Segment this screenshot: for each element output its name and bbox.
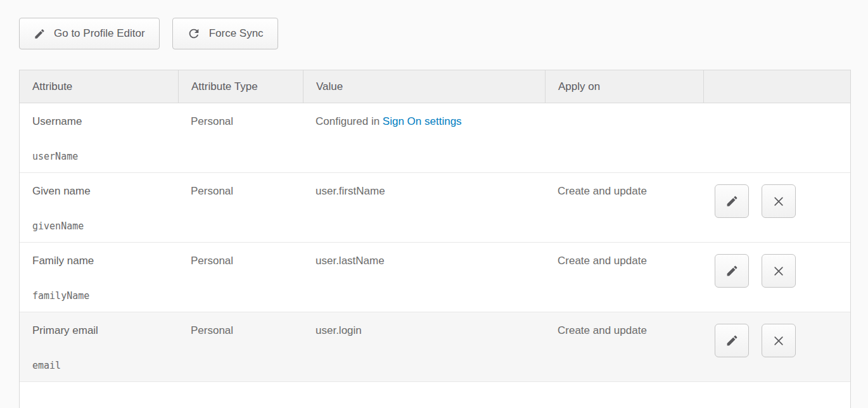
app-mappings-page: Go to Profile Editor Force Sync Attribut…	[0, 0, 868, 408]
go-to-profile-editor-button[interactable]: Go to Profile Editor	[19, 18, 160, 49]
attribute-type-cell: Personal	[178, 173, 303, 242]
refresh-icon	[187, 27, 201, 41]
table-row-partial	[20, 382, 850, 405]
delete-attribute-button[interactable]	[762, 184, 796, 218]
pencil-icon	[725, 194, 739, 208]
toolbar: Go to Profile Editor Force Sync	[19, 18, 278, 49]
value-cell: user.lastName	[303, 243, 545, 312]
attribute-name: email	[32, 360, 172, 371]
delete-attribute-button[interactable]	[762, 254, 796, 288]
force-sync-button[interactable]: Force Sync	[172, 18, 278, 49]
edit-attribute-button[interactable]	[715, 254, 749, 288]
apply-on-cell: Create and update	[545, 243, 703, 312]
sign-on-settings-link[interactable]: Sign On settings	[383, 115, 462, 127]
attribute-name: userName	[32, 151, 172, 162]
close-icon	[772, 195, 785, 208]
delete-attribute-button[interactable]	[762, 324, 796, 357]
value-cell: user.firstName	[303, 173, 545, 242]
attribute-type-cell: Personal	[178, 243, 303, 312]
close-icon	[772, 265, 785, 277]
apply-on-cell	[545, 103, 703, 172]
actions-cell	[703, 312, 850, 381]
attribute-type-cell: Personal	[178, 103, 303, 172]
table-row-family-name: Family name familyName Personal user.las…	[20, 243, 850, 312]
edit-attribute-button[interactable]	[715, 324, 749, 357]
attribute-name: familyName	[32, 290, 172, 302]
close-icon	[772, 335, 785, 347]
attribute-cell: Family name familyName	[20, 243, 178, 312]
attribute-name: givenName	[32, 220, 172, 232]
table-row-primary-email: Primary email email Personal user.login …	[20, 312, 850, 382]
header-actions	[703, 70, 850, 103]
apply-on-cell: Create and update	[545, 312, 703, 381]
attribute-type-cell: Personal	[178, 312, 303, 381]
pencil-icon	[725, 334, 739, 347]
force-sync-label: Force Sync	[209, 27, 264, 40]
actions-cell	[703, 173, 850, 242]
attribute-cell: Given name givenName	[20, 173, 178, 242]
actions-cell	[703, 103, 850, 172]
attribute-mappings-table: Attribute Attribute Type Value Apply on …	[19, 70, 851, 408]
table-row-username: Username userName Personal Configured in…	[20, 103, 850, 173]
attribute-label: Primary email	[32, 324, 172, 337]
header-attribute: Attribute	[20, 70, 178, 103]
attribute-label: Given name	[32, 185, 172, 198]
value-cell: Configured in Sign On settings	[303, 103, 545, 172]
table-header-row: Attribute Attribute Type Value Apply on	[20, 70, 850, 103]
pencil-icon	[725, 264, 739, 277]
header-apply-on: Apply on	[545, 70, 703, 103]
header-attribute-type: Attribute Type	[178, 70, 303, 103]
apply-on-cell: Create and update	[545, 173, 703, 242]
attribute-cell: Username userName	[20, 103, 178, 172]
pencil-icon	[34, 28, 46, 40]
go-to-profile-editor-label: Go to Profile Editor	[54, 27, 145, 40]
attribute-label: Family name	[32, 255, 172, 267]
value-prefix: Configured in	[316, 115, 383, 127]
edit-attribute-button[interactable]	[715, 184, 749, 218]
table-row-given-name: Given name givenName Personal user.first…	[20, 173, 850, 243]
attribute-label: Username	[32, 115, 172, 128]
actions-cell	[703, 243, 850, 312]
attribute-cell: Primary email email	[20, 312, 178, 381]
value-cell: user.login	[303, 312, 545, 381]
header-value: Value	[303, 70, 545, 103]
